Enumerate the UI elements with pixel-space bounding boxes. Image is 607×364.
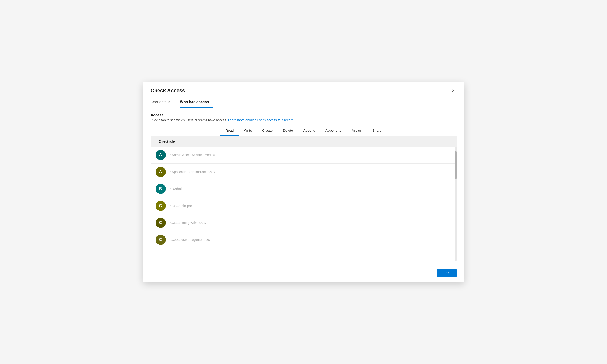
avatar: C [156,218,166,228]
chevron-down-icon: ▾ [155,140,157,143]
user-name: r.CSSalesManagement.US [170,238,210,242]
list-item: C r.CSSalesManagement.US [151,231,456,248]
tab-user-details[interactable]: User details [151,98,174,107]
user-name: r.CSSalesMgrAdmin.US [170,221,206,225]
users-list-wrapper: A r.Admin.AccessAdmin.Prod.US A r.Applic… [151,147,457,261]
dialog-body: Access Click a tab to see which users or… [143,107,464,261]
users-list: A r.Admin.AccessAdmin.Prod.US A r.Applic… [151,147,457,248]
list-item: A r.Admin.AccessAdmin.Prod.US [151,147,456,164]
list-item: B r.BAdmin [151,181,456,197]
tab-who-has-access[interactable]: Who has access [180,98,213,107]
avatar: C [156,235,166,245]
avatar: B [156,184,166,194]
check-access-dialog: Check Access × User details Who has acce… [143,82,464,282]
perm-tab-read[interactable]: Read [220,127,239,136]
perm-tab-create[interactable]: Create [257,127,278,136]
close-button[interactable]: × [450,87,457,94]
direct-role-section-header[interactable]: ▾ Direct role [151,136,457,147]
avatar: C [156,201,166,211]
user-name: r.CSAdmin-pro [170,204,192,208]
access-title: Access [151,113,457,117]
perm-tab-append-to[interactable]: Append to [320,127,346,136]
learn-more-link[interactable]: Learn more about a user's access to a re… [228,118,294,122]
content-area: ▾ Direct role A r.Admin.AccessAdmin.Prod… [151,136,457,261]
scrollbar-thumb[interactable] [455,151,457,179]
dialog-title: Check Access [151,88,185,94]
user-name: r.BAdmin [170,187,184,191]
perm-tab-share[interactable]: Share [367,127,387,136]
direct-role-label: Direct role [159,139,175,143]
access-description: Click a tab to see which users or teams … [151,118,457,122]
access-desc-text: Click a tab to see which users or teams … [151,118,227,122]
dialog-header: Check Access × [143,82,464,94]
perm-tab-assign[interactable]: Assign [347,127,367,136]
scrollbar-track[interactable] [455,147,457,261]
user-name: r.ApplicationAdminProdUSMB [170,170,215,174]
list-item: C r.CSSalesMgrAdmin.US [151,214,456,231]
dialog-footer: Ok [143,265,464,282]
list-item: C r.CSAdmin-pro [151,197,456,214]
top-tabs: User details Who has access [143,94,464,107]
ok-button[interactable]: Ok [437,269,456,277]
perm-tab-delete[interactable]: Delete [278,127,298,136]
user-name: r.Admin.AccessAdmin.Prod.US [170,153,217,157]
perm-tab-append[interactable]: Append [298,127,320,136]
avatar: A [156,150,166,160]
avatar: A [156,167,166,177]
permission-tabs: Read Write Create Delete Append Append t… [151,127,457,136]
list-item: A r.ApplicationAdminProdUSMB [151,164,456,181]
perm-tab-write[interactable]: Write [239,127,257,136]
